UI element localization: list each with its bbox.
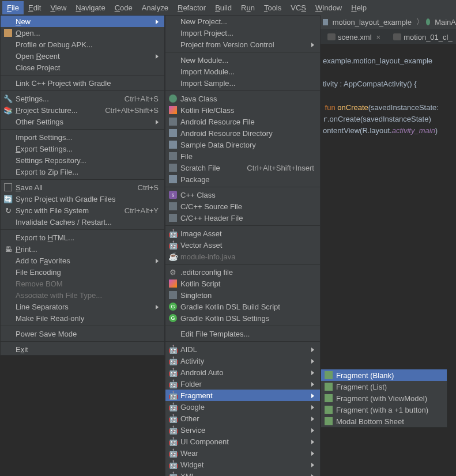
file-link-cpp[interactable]: Link C++ Project with Gradle xyxy=(1,77,164,89)
fragment-list[interactable]: Fragment (List) xyxy=(321,381,447,392)
file-export-zip[interactable]: Export to Zip File... xyxy=(1,166,164,177)
file-save-all[interactable]: Save AllCtrl+S xyxy=(1,182,164,193)
new-project[interactable]: New Project... xyxy=(165,16,320,27)
new-service[interactable]: 🤖Service xyxy=(165,424,320,436)
new-ui-component[interactable]: 🤖UI Component xyxy=(165,436,320,447)
file-import-settings[interactable]: Import Settings... xyxy=(1,131,164,143)
new-scratch[interactable]: Scratch FileCtrl+Alt+Shift+Insert xyxy=(165,162,320,173)
file-line-separators[interactable]: Line Separators xyxy=(1,301,164,312)
fragment-plus1[interactable]: Fragment (with a +1 button) xyxy=(321,404,447,415)
new-from-vcs[interactable]: Project from Version Control xyxy=(165,39,320,50)
android-icon: 🤖 xyxy=(169,426,177,434)
file-project-structure[interactable]: 📚Project Structure...Ctrl+Alt+Shift+S xyxy=(1,104,164,116)
new-folder[interactable]: 🤖Folder xyxy=(165,378,320,390)
crumb-class[interactable]: MainA xyxy=(435,18,456,27)
menu-vcs[interactable]: VCS xyxy=(286,1,311,14)
new-file[interactable]: File xyxy=(165,150,320,162)
file-add-favorites[interactable]: Add to Favorites xyxy=(1,255,164,266)
file-profile-apk[interactable]: Profile or Debug APK... xyxy=(1,39,164,50)
crumb-folder[interactable]: motion_layout_example xyxy=(333,18,412,27)
file-power-save[interactable]: Power Save Mode xyxy=(1,328,164,339)
gradle-icon: G xyxy=(169,314,177,322)
code-editor[interactable]: example.motion_layout_example tivity : A… xyxy=(323,44,456,137)
close-icon[interactable]: × xyxy=(376,33,381,41)
menu-file[interactable]: File xyxy=(2,1,24,14)
android-icon: 🤖 xyxy=(169,449,177,457)
menubar: File Edit View Navigate Code Analyze Ref… xyxy=(0,0,456,15)
fragment-blank[interactable]: Fragment (Blank) xyxy=(321,369,447,381)
cpp-icon: s xyxy=(169,191,177,199)
new-other[interactable]: 🤖Other xyxy=(165,413,320,424)
file-settings-repo[interactable]: Settings Repository... xyxy=(1,154,164,166)
file-other-settings[interactable]: Other Settings xyxy=(1,116,164,127)
new-import-project[interactable]: Import Project... xyxy=(165,27,320,39)
new-cpp-header[interactable]: C/C++ Header File xyxy=(165,212,320,224)
new-activity[interactable]: 🤖Activity xyxy=(165,355,320,367)
new-aidl[interactable]: 🤖AIDL xyxy=(165,343,320,355)
tab-scene[interactable]: scene.xml× xyxy=(323,29,385,44)
new-import-sample[interactable]: Import Sample... xyxy=(165,77,320,89)
fragment-icon xyxy=(325,394,333,402)
menu-tools[interactable]: Tools xyxy=(259,1,286,14)
file-export-settings[interactable]: Export Settings... xyxy=(1,143,164,154)
android-icon: 🤖 xyxy=(169,472,177,476)
menu-code[interactable]: Code xyxy=(110,1,137,14)
folder-icon xyxy=(169,141,177,149)
new-wear[interactable]: 🤖Wear xyxy=(165,447,320,459)
file-print[interactable]: 🖶Print... xyxy=(1,243,164,255)
menu-refactor[interactable]: Refactor xyxy=(173,1,210,14)
file-invalidate-caches[interactable]: Invalidate Caches / Restart... xyxy=(1,216,164,228)
file-exit[interactable]: Exit xyxy=(1,343,164,355)
file-readonly[interactable]: Make File Read-only xyxy=(1,312,164,324)
fragment-viewmodel[interactable]: Fragment (with ViewModel) xyxy=(321,392,447,404)
file-sync-gradle[interactable]: 🔄Sync Project with Gradle Files xyxy=(1,193,164,205)
menu-build[interactable]: Build xyxy=(210,1,236,14)
fragment-icon xyxy=(325,371,333,379)
new-widget[interactable]: 🤖Widget xyxy=(165,459,320,470)
new-package[interactable]: Package xyxy=(165,173,320,185)
menu-analyze[interactable]: Analyze xyxy=(137,1,173,14)
new-vector-asset[interactable]: 🤖Vector Asset xyxy=(165,239,320,251)
new-import-module[interactable]: Import Module... xyxy=(165,66,320,77)
new-cpp-source[interactable]: C/C++ Source File xyxy=(165,201,320,212)
menu-window[interactable]: Window xyxy=(311,1,346,14)
new-android-res-dir[interactable]: Android Resource Directory xyxy=(165,127,320,139)
file-open-recent[interactable]: Open Recent xyxy=(1,50,164,62)
new-kotlin-file[interactable]: Kotlin File/Class xyxy=(165,104,320,116)
new-singleton[interactable]: Singleton xyxy=(165,289,320,301)
new-gradle-build[interactable]: GGradle Kotlin DSL Build Script xyxy=(165,301,320,312)
file-settings[interactable]: 🔧Settings...Ctrl+Alt+S xyxy=(1,93,164,104)
menu-edit[interactable]: Edit xyxy=(24,1,46,14)
folder-icon xyxy=(169,129,177,137)
menu-run[interactable]: Run xyxy=(236,1,259,14)
file-encoding[interactable]: File Encoding xyxy=(1,266,164,278)
file-close-project[interactable]: Close Project xyxy=(1,62,164,73)
file-sync-fs[interactable]: ↻Sync with File SystemCtrl+Alt+Y xyxy=(1,205,164,216)
new-java-class[interactable]: Java Class xyxy=(165,93,320,104)
folder-icon xyxy=(323,19,328,25)
android-icon: 🤖 xyxy=(169,437,177,445)
new-menu: New Project... Import Project... Project… xyxy=(165,15,321,476)
new-xml[interactable]: 🤖XML xyxy=(165,470,320,476)
file-export-html[interactable]: Export to HTML... xyxy=(1,232,164,243)
new-sample-data-dir[interactable]: Sample Data Directory xyxy=(165,139,320,150)
file-open[interactable]: Open... xyxy=(1,27,164,39)
new-edit-templates[interactable]: Edit File Templates... xyxy=(165,328,320,339)
tab-motion[interactable]: motion_01_cl_ xyxy=(389,29,456,44)
new-cpp-class[interactable]: sC++ Class xyxy=(165,189,320,201)
menu-help[interactable]: Help xyxy=(346,1,371,14)
menu-view[interactable]: View xyxy=(46,1,71,14)
new-image-asset[interactable]: 🤖Image Asset xyxy=(165,228,320,239)
new-android-res-file[interactable]: Android Resource File xyxy=(165,116,320,127)
file-new[interactable]: New xyxy=(1,16,164,27)
new-editorconfig[interactable]: ⚙.editorconfig file xyxy=(165,266,320,278)
new-kotlin-script[interactable]: Kotlin Script xyxy=(165,278,320,289)
gradle-icon: G xyxy=(169,303,177,311)
new-module[interactable]: New Module... xyxy=(165,54,320,66)
new-android-auto[interactable]: 🤖Android Auto xyxy=(165,367,320,378)
new-gradle-settings[interactable]: GGradle Kotlin DSL Settings xyxy=(165,312,320,324)
fragment-modal-bottom[interactable]: Modal Bottom Sheet xyxy=(321,415,447,427)
menu-navigate[interactable]: Navigate xyxy=(71,1,110,14)
new-fragment[interactable]: 🤖Fragment xyxy=(165,390,320,401)
new-google[interactable]: 🤖Google xyxy=(165,401,320,413)
